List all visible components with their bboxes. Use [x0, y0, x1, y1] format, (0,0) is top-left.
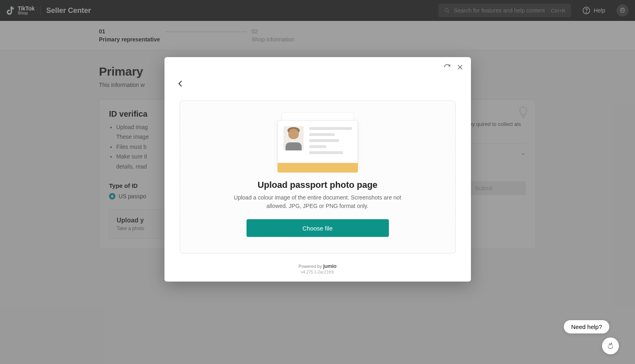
refresh-icon[interactable] — [444, 64, 451, 71]
upload-dropzone[interactable]: Upload passport photo page Upload a colo… — [180, 101, 456, 253]
close-icon[interactable] — [456, 64, 464, 71]
back-button[interactable] — [177, 80, 185, 89]
modal-overlay[interactable]: Upload passport photo page Upload a colo… — [0, 0, 635, 364]
id-illustration — [277, 112, 358, 173]
version-text: v4.275.1-2ac21fcb — [174, 270, 461, 274]
powered-by-brand: jumio — [323, 263, 336, 269]
powered-by-label: Powered by — [298, 264, 322, 269]
need-help-bubble[interactable]: Need help? — [564, 320, 609, 333]
chevron-left-icon — [177, 80, 185, 88]
need-help-text: Need help? — [571, 323, 602, 330]
chat-fab[interactable] — [602, 337, 619, 354]
modal-description: Upload a colour image of the entire docu… — [229, 193, 406, 210]
upload-modal: Upload passport photo page Upload a colo… — [164, 57, 471, 282]
modal-title: Upload passport photo page — [193, 180, 442, 190]
powered-by: Powered by jumio — [174, 263, 461, 269]
wave-icon — [606, 342, 614, 350]
choose-file-button[interactable]: Choose file — [247, 219, 389, 237]
